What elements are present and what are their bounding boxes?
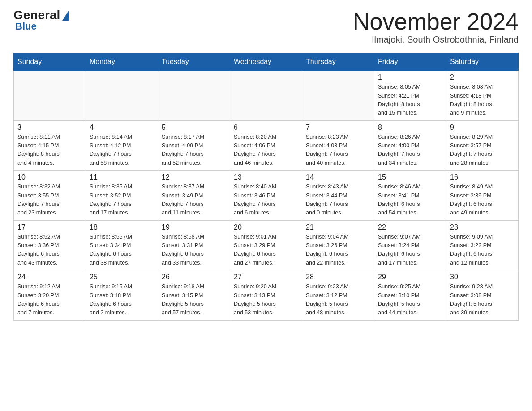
location-title: Ilmajoki, South Ostrobothnia, Finland	[353, 34, 519, 45]
weekday-header-tuesday: Tuesday	[158, 53, 230, 71]
day-number: 6	[234, 124, 298, 132]
day-number: 1	[378, 73, 442, 81]
calendar-cell	[158, 71, 230, 121]
day-info: Sunrise: 9:01 AM Sunset: 3:29 PM Dayligh…	[234, 233, 298, 268]
calendar-cell: 30Sunrise: 9:28 AM Sunset: 3:08 PM Dayli…	[446, 270, 519, 321]
header: General Blue November 2024 Ilmajoki, Sou…	[13, 9, 519, 45]
day-info: Sunrise: 8:20 AM Sunset: 4:06 PM Dayligh…	[234, 133, 298, 168]
day-info: Sunrise: 8:29 AM Sunset: 3:57 PM Dayligh…	[450, 133, 515, 168]
calendar-cell	[302, 71, 374, 121]
calendar-cell: 5Sunrise: 8:17 AM Sunset: 4:09 PM Daylig…	[158, 120, 230, 171]
day-number: 26	[162, 273, 226, 281]
day-number: 3	[17, 124, 82, 132]
week-row-4: 17Sunrise: 8:52 AM Sunset: 3:36 PM Dayli…	[14, 220, 519, 270]
day-info: Sunrise: 9:20 AM Sunset: 3:13 PM Dayligh…	[234, 283, 298, 317]
day-info: Sunrise: 8:43 AM Sunset: 3:44 PM Dayligh…	[306, 183, 370, 218]
day-number: 8	[378, 124, 442, 132]
day-number: 27	[234, 273, 298, 281]
week-row-2: 3Sunrise: 8:11 AM Sunset: 4:15 PM Daylig…	[14, 120, 519, 171]
calendar-cell: 9Sunrise: 8:29 AM Sunset: 3:57 PM Daylig…	[446, 120, 519, 171]
day-number: 15	[378, 173, 442, 181]
day-info: Sunrise: 9:23 AM Sunset: 3:12 PM Dayligh…	[306, 283, 370, 317]
calendar-cell: 2Sunrise: 8:08 AM Sunset: 4:18 PM Daylig…	[446, 71, 519, 121]
month-title: November 2024	[353, 9, 519, 34]
calendar-cell: 28Sunrise: 9:23 AM Sunset: 3:12 PM Dayli…	[302, 270, 374, 321]
logo-general-word: General	[13, 9, 60, 21]
calendar-cell: 19Sunrise: 8:58 AM Sunset: 3:31 PM Dayli…	[158, 220, 230, 270]
day-info: Sunrise: 9:07 AM Sunset: 3:24 PM Dayligh…	[378, 233, 442, 268]
day-info: Sunrise: 9:18 AM Sunset: 3:15 PM Dayligh…	[162, 283, 226, 317]
day-number: 2	[450, 73, 515, 81]
day-info: Sunrise: 9:12 AM Sunset: 3:20 PM Dayligh…	[17, 283, 82, 317]
day-info: Sunrise: 8:49 AM Sunset: 3:39 PM Dayligh…	[450, 183, 515, 218]
day-info: Sunrise: 9:25 AM Sunset: 3:10 PM Dayligh…	[378, 283, 442, 317]
logo-triangle-icon	[62, 11, 69, 21]
calendar-cell: 12Sunrise: 8:37 AM Sunset: 3:49 PM Dayli…	[158, 171, 230, 221]
week-row-5: 24Sunrise: 9:12 AM Sunset: 3:20 PM Dayli…	[14, 270, 519, 321]
calendar-cell: 8Sunrise: 8:26 AM Sunset: 4:00 PM Daylig…	[374, 120, 446, 171]
day-number: 4	[90, 124, 154, 132]
calendar-cell: 15Sunrise: 8:46 AM Sunset: 3:41 PM Dayli…	[374, 171, 446, 221]
day-info: Sunrise: 8:08 AM Sunset: 4:18 PM Dayligh…	[450, 83, 515, 118]
day-number: 25	[90, 273, 154, 281]
day-info: Sunrise: 8:55 AM Sunset: 3:34 PM Dayligh…	[90, 233, 154, 268]
logo-general-text: General	[13, 9, 69, 21]
day-info: Sunrise: 8:40 AM Sunset: 3:46 PM Dayligh…	[234, 183, 298, 218]
day-info: Sunrise: 9:04 AM Sunset: 3:26 PM Dayligh…	[306, 233, 370, 268]
day-info: Sunrise: 8:05 AM Sunset: 4:21 PM Dayligh…	[378, 83, 442, 118]
calendar-cell: 10Sunrise: 8:32 AM Sunset: 3:55 PM Dayli…	[14, 171, 86, 221]
day-number: 9	[450, 124, 515, 132]
day-number: 24	[17, 273, 82, 281]
logo: General Blue	[13, 9, 69, 32]
day-number: 19	[162, 223, 226, 231]
day-info: Sunrise: 8:58 AM Sunset: 3:31 PM Dayligh…	[162, 233, 226, 268]
calendar-table: SundayMondayTuesdayWednesdayThursdayFrid…	[13, 53, 519, 321]
day-info: Sunrise: 8:11 AM Sunset: 4:15 PM Dayligh…	[17, 133, 82, 168]
day-info: Sunrise: 8:32 AM Sunset: 3:55 PM Dayligh…	[17, 183, 82, 218]
day-number: 29	[378, 273, 442, 281]
day-number: 21	[306, 223, 370, 231]
calendar-cell: 29Sunrise: 9:25 AM Sunset: 3:10 PM Dayli…	[374, 270, 446, 321]
day-info: Sunrise: 8:35 AM Sunset: 3:52 PM Dayligh…	[90, 183, 154, 218]
calendar-cell: 24Sunrise: 9:12 AM Sunset: 3:20 PM Dayli…	[14, 270, 86, 321]
day-number: 18	[90, 223, 154, 231]
calendar-cell	[86, 71, 158, 121]
day-number: 23	[450, 223, 515, 231]
weekday-header-saturday: Saturday	[446, 53, 519, 71]
day-info: Sunrise: 8:14 AM Sunset: 4:12 PM Dayligh…	[90, 133, 154, 168]
day-number: 17	[17, 223, 82, 231]
day-number: 28	[306, 273, 370, 281]
calendar-cell: 16Sunrise: 8:49 AM Sunset: 3:39 PM Dayli…	[446, 171, 519, 221]
calendar-cell: 7Sunrise: 8:23 AM Sunset: 4:03 PM Daylig…	[302, 120, 374, 171]
calendar-cell: 27Sunrise: 9:20 AM Sunset: 3:13 PM Dayli…	[230, 270, 302, 321]
calendar-cell: 18Sunrise: 8:55 AM Sunset: 3:34 PM Dayli…	[86, 220, 158, 270]
day-number: 20	[234, 223, 298, 231]
weekday-header-monday: Monday	[86, 53, 158, 71]
calendar-cell: 23Sunrise: 9:09 AM Sunset: 3:22 PM Dayli…	[446, 220, 519, 270]
calendar-cell: 21Sunrise: 9:04 AM Sunset: 3:26 PM Dayli…	[302, 220, 374, 270]
day-number: 7	[306, 124, 370, 132]
day-number: 11	[90, 173, 154, 181]
day-info: Sunrise: 8:17 AM Sunset: 4:09 PM Dayligh…	[162, 133, 226, 168]
day-info: Sunrise: 9:28 AM Sunset: 3:08 PM Dayligh…	[450, 283, 515, 317]
calendar-cell: 14Sunrise: 8:43 AM Sunset: 3:44 PM Dayli…	[302, 171, 374, 221]
calendar-cell: 20Sunrise: 9:01 AM Sunset: 3:29 PM Dayli…	[230, 220, 302, 270]
calendar-cell: 22Sunrise: 9:07 AM Sunset: 3:24 PM Dayli…	[374, 220, 446, 270]
calendar-cell: 17Sunrise: 8:52 AM Sunset: 3:36 PM Dayli…	[14, 220, 86, 270]
weekday-header-sunday: Sunday	[14, 53, 86, 71]
week-row-3: 10Sunrise: 8:32 AM Sunset: 3:55 PM Dayli…	[14, 171, 519, 221]
day-number: 16	[450, 173, 515, 181]
day-info: Sunrise: 8:52 AM Sunset: 3:36 PM Dayligh…	[17, 233, 82, 268]
weekday-header-wednesday: Wednesday	[230, 53, 302, 71]
calendar-cell: 13Sunrise: 8:40 AM Sunset: 3:46 PM Dayli…	[230, 171, 302, 221]
calendar-cell: 25Sunrise: 9:15 AM Sunset: 3:18 PM Dayli…	[86, 270, 158, 321]
day-info: Sunrise: 9:15 AM Sunset: 3:18 PM Dayligh…	[90, 283, 154, 317]
logo-blue-text: Blue	[15, 21, 37, 32]
day-number: 10	[17, 173, 82, 181]
weekday-header-row: SundayMondayTuesdayWednesdayThursdayFrid…	[14, 53, 519, 71]
calendar-cell	[14, 71, 86, 121]
weekday-header-thursday: Thursday	[302, 53, 374, 71]
day-number: 14	[306, 173, 370, 181]
calendar-cell: 26Sunrise: 9:18 AM Sunset: 3:15 PM Dayli…	[158, 270, 230, 321]
day-info: Sunrise: 8:26 AM Sunset: 4:00 PM Dayligh…	[378, 133, 442, 168]
